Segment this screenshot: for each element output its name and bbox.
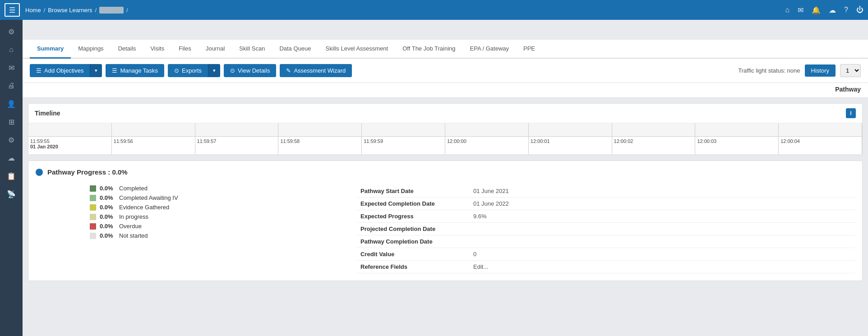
toolbar-right: Traffic light status: none History 1 [738,64,861,77]
progress-section: Pathway Progress : 0.0% 0.0% Completed 0… [28,161,863,281]
pathway-info-row: Projected Completion Date [357,223,855,235]
timeline-tick-top [28,123,111,137]
wizard-icon: ✎ [286,67,291,74]
timeline-header: Timeline i [28,104,862,123]
legend-pct: 0.0% [100,204,115,211]
exports-dropdown-button[interactable]: ▾ [208,64,220,77]
tab-visits[interactable]: Visits [143,40,171,59]
tab-epa-gateway[interactable]: EPA / Gateway [463,40,516,59]
legend-item: 0.0% In progress [90,213,339,220]
pathway-info-value: 9.6% [470,210,855,223]
tab-journal[interactable]: Journal [199,40,232,59]
tab-skill-scan[interactable]: Skill Scan [232,40,272,59]
timeline-ruler: 11:59:55 01 Jan 2020 11:59:56 11:59:57 1… [28,123,862,155]
timeline-info-icon[interactable]: i [846,108,856,118]
legend-pct: 0.0% [100,185,115,192]
topbar: ☰ Home / Browse Learners / ••••••• •••• … [0,0,868,20]
timeline-time: 12:00:03 [695,137,778,144]
timeline-time: 12:00:01 [529,137,612,144]
sidebar-item-cloud[interactable]: ☁ [2,150,20,166]
sidebar: ⚙ ⌂ ✉ 🖨 👤 ⊞ ⚙ ☁ 📋 📡 [0,20,23,286]
timeline-tick: 11:59:55 01 Jan 2020 [28,123,112,154]
timeline-time: 11:59:58 [278,137,361,144]
help-icon[interactable]: ? [844,6,848,14]
version-select[interactable]: 1 [840,64,861,77]
manage-tasks-button[interactable]: ☰ Manage Tasks [106,64,164,77]
timeline-date: 01 Jan 2020 [28,144,111,149]
timeline-tick: 11:59:56 [112,123,195,154]
sidebar-item-clipboard[interactable]: 📋 [2,168,20,184]
legend-color-swatch [90,185,96,192]
timeline-tick-top [278,123,361,137]
assessment-wizard-button[interactable]: ✎ Assessment Wizard [280,64,352,77]
timeline-time: 11:59:57 [195,137,278,144]
legend-item: 0.0% Completed Awaiting IV [90,194,339,201]
pathway-info-value[interactable]: Edit... [470,261,855,273]
pathway-info-row: Pathway Start Date 01 June 2021 [357,185,855,198]
menu-button[interactable]: ☰ [5,3,20,17]
add-objectives-dropdown-button[interactable]: ▾ [90,64,102,77]
pathway-info-value: 0 [470,248,855,261]
add-objectives-button[interactable]: ☰ Add Objectives [30,64,90,77]
legend-section: 0.0% Completed 0.0% Completed Awaiting I… [36,185,339,273]
legend-color-swatch [90,204,96,211]
timeline-tick-top [529,123,612,137]
tab-summary[interactable]: Summary [30,40,71,59]
progress-content: 0.0% Completed 0.0% Completed Awaiting I… [36,185,855,273]
bell-icon[interactable]: 🔔 [812,6,821,14]
legend-pct: 0.0% [100,223,115,230]
toolbar: ☰ Add Objectives ▾ ☰ Manage Tasks ⊙ Expo… [23,59,868,83]
tab-ppe[interactable]: PPE [516,40,542,59]
cloud-icon[interactable]: ☁ [829,6,836,14]
sidebar-item-home[interactable]: ⌂ [2,41,20,58]
legend-color-swatch [90,223,96,230]
tab-off-job-training[interactable]: Off The Job Training [395,40,462,59]
legend-color-swatch [90,233,96,239]
pathway-info-value: 01 June 2021 [470,185,855,198]
mail-icon[interactable]: ✉ [798,6,803,14]
timeline-tick: 12:00:00 [445,123,529,154]
pathway-info-row: Reference Fields Edit... [357,261,855,273]
pathway-info-row: Expected Completion Date 01 June 2022 [357,198,855,210]
timeline-section: Timeline i 11:59:55 01 Jan 2020 11:59:56… [28,103,863,155]
legend-label: Evidence Gathered [119,204,169,211]
tab-mappings[interactable]: Mappings [71,40,111,59]
breadcrumb-browse-learners[interactable]: Browse Learners [48,7,92,14]
timeline-tick-top [612,123,695,137]
view-details-button[interactable]: ⊙ View Details [224,64,276,77]
tab-files[interactable]: Files [171,40,198,59]
traffic-light-status: Traffic light status: none [738,67,800,74]
pathway-label: Pathway [23,83,868,98]
breadcrumb-home[interactable]: Home [25,7,41,14]
sidebar-item-user[interactable]: 👤 [2,96,20,112]
home-icon[interactable]: ⌂ [785,6,790,14]
pathway-info-label: Pathway Start Date [357,185,470,198]
legend-item: 0.0% Not started [90,232,339,239]
power-icon[interactable]: ⏻ [856,6,863,14]
sidebar-item-print[interactable]: 🖨 [2,78,20,94]
exports-button[interactable]: ⊙ Exports [168,64,208,77]
tab-details[interactable]: Details [111,40,143,59]
legend-item: 0.0% Overdue [90,223,339,230]
pathway-info-row: Credit Value 0 [357,248,855,261]
tab-skills-level-assessment[interactable]: Skills Level Assessment [318,40,395,59]
sidebar-item-broadcast[interactable]: 📡 [2,186,20,202]
legend-label: In progress [119,213,148,220]
timeline-time: 11:59:56 [112,137,195,144]
tab-data-queue[interactable]: Data Queue [272,40,318,59]
pathway-info-row: Pathway Completion Date [357,235,855,248]
legend-pct: 0.0% [100,194,115,201]
breadcrumb-learner-name: ••••••• •••• [99,7,124,14]
sidebar-item-config[interactable]: ⚙ [2,132,20,148]
timeline-time: 11:59:55 [28,137,111,144]
pathway-info-value: 01 June 2022 [470,198,855,210]
pathway-info-label: Reference Fields [357,261,470,273]
legend-item: 0.0% Evidence Gathered [90,204,339,211]
tab-bar: Summary Mappings Details Visits Files Jo… [23,40,868,59]
sidebar-item-grid[interactable]: ⊞ [2,114,20,130]
progress-dot-icon [36,169,43,176]
sidebar-item-messages[interactable]: ✉ [2,60,20,76]
sidebar-item-settings[interactable]: ⚙ [2,23,20,40]
timeline-title: Timeline [35,110,60,117]
history-button[interactable]: History [805,64,836,77]
